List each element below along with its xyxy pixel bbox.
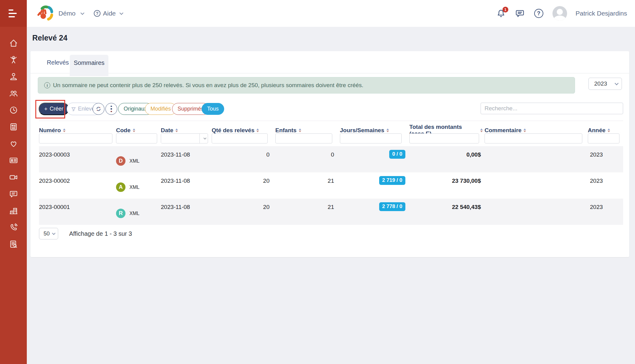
code-format-label: XML xyxy=(129,185,139,190)
cell-qte: 0 xyxy=(212,146,271,172)
sidebar-nav xyxy=(0,35,27,253)
page-title: Relevé 24 xyxy=(32,34,67,42)
notifications-button[interactable]: 1 xyxy=(496,8,506,19)
create-button-label: Créer xyxy=(50,106,63,112)
cell-commentaire xyxy=(483,199,586,225)
summaries-table: Numéro Code Date Qté des relevés Enfants… xyxy=(39,121,623,225)
table-row[interactable]: 2023-00001 R XML 2023-11-08 20 21 2 778 … xyxy=(39,199,623,225)
sidebar-item-messages[interactable] xyxy=(0,186,27,202)
child-icon xyxy=(9,55,18,65)
form-document-icon xyxy=(9,122,18,132)
table-filter-row xyxy=(39,133,623,146)
app-logo-icon xyxy=(37,5,55,22)
table-row[interactable]: 2023-00002 A XML 2023-11-08 20 21 2 719 … xyxy=(39,172,623,199)
code-status-icon: R xyxy=(116,209,125,218)
refresh-button[interactable] xyxy=(93,103,104,115)
report-search-icon xyxy=(9,239,18,249)
filter-modified-button[interactable]: Modifiés xyxy=(145,103,176,115)
cell-total: 22 540,43$ xyxy=(405,199,483,225)
cell-total: 23 730,00$ xyxy=(405,172,483,199)
main-content: Relevé 24 Relevés Sommaires i Un sommair… xyxy=(27,27,635,364)
home-icon xyxy=(9,38,18,48)
page-size-value: 50 xyxy=(44,231,50,237)
sidebar-item-calls[interactable] xyxy=(0,219,27,236)
hamburger-icon xyxy=(9,9,13,11)
sort-icon xyxy=(386,129,389,133)
cell-commentaire xyxy=(483,172,586,199)
notification-count-badge: 1 xyxy=(503,7,508,12)
brand-menu[interactable]: Démo xyxy=(37,0,83,27)
cell-qte: 20 xyxy=(212,199,271,225)
filter-code-input[interactable] xyxy=(116,133,157,143)
year-select[interactable]: 2023 xyxy=(588,78,622,90)
cell-enfants: 21 xyxy=(271,199,336,225)
sort-icon xyxy=(63,129,65,133)
filter-funnel-icon xyxy=(71,107,76,111)
brand-label: Démo xyxy=(58,10,76,17)
plus-icon: + xyxy=(44,106,48,112)
sidebar-item-children[interactable] xyxy=(0,51,27,68)
cell-numero: 2023-00003 xyxy=(39,146,116,172)
page-size-select[interactable]: 50 xyxy=(39,228,58,239)
tab-sommaires[interactable]: Sommaires xyxy=(70,55,108,76)
sort-icon xyxy=(524,129,526,133)
sidebar-item-organization[interactable] xyxy=(0,202,27,219)
pagination: 50 Affichage de 1 - 3 sur 3 xyxy=(39,228,132,239)
filter-jours-input[interactable] xyxy=(340,133,402,143)
sidebar-item-health[interactable] xyxy=(0,135,27,152)
sidebar-item-schedule[interactable] xyxy=(0,102,27,118)
filter-commentaire-input[interactable] xyxy=(485,133,582,143)
refresh-icon xyxy=(96,106,101,112)
filter-date-input[interactable] xyxy=(161,134,199,143)
jours-semaines-badge: 0 / 0 xyxy=(389,150,405,159)
help-menu-label: Aide xyxy=(103,10,116,17)
sidebar-item-video[interactable] xyxy=(0,169,27,186)
code-status-icon: A xyxy=(116,182,125,192)
sort-icon xyxy=(133,129,135,133)
filter-qte-input[interactable] xyxy=(212,133,268,143)
cell-jours: 2 719 / 0 xyxy=(336,172,405,199)
sort-icon xyxy=(256,129,259,133)
sort-icon xyxy=(175,129,178,133)
info-banner: i Un sommaire ne peut contenir plus de 2… xyxy=(38,77,575,94)
phone-icon xyxy=(9,223,18,232)
table-row[interactable]: 2023-00003 D XML 2023-11-08 0 0 0 / 0 0,… xyxy=(39,146,623,172)
filter-numero-input[interactable] xyxy=(39,133,112,143)
chat-bubble-icon xyxy=(9,189,18,199)
pagination-summary: Affichage de 1 - 3 sur 3 xyxy=(69,230,132,237)
sidebar-item-educators[interactable] xyxy=(0,68,27,85)
sidebar-item-reports[interactable] xyxy=(0,236,27,253)
cell-annee: 2023 xyxy=(586,172,623,199)
jours-semaines-badge: 2 719 / 0 xyxy=(379,176,405,185)
cell-date: 2023-11-08 xyxy=(161,199,212,225)
question-circle-icon: ? xyxy=(94,10,101,17)
filter-enfants-input[interactable] xyxy=(275,133,332,143)
filter-total-input[interactable] xyxy=(409,133,479,143)
heart-icon xyxy=(9,139,18,148)
search-input[interactable] xyxy=(481,103,623,114)
people-group-icon xyxy=(9,89,18,98)
sort-icon xyxy=(480,129,483,133)
help-button[interactable]: ? xyxy=(534,8,544,19)
filter-annee-input[interactable] xyxy=(588,133,619,143)
jours-semaines-badge: 2 778 / 0 xyxy=(379,202,405,211)
sidebar-item-forms[interactable] xyxy=(0,118,27,135)
sidebar-item-home[interactable] xyxy=(0,35,27,51)
messages-button[interactable] xyxy=(515,8,525,19)
sidebar-item-people[interactable] xyxy=(0,85,27,102)
filter-all-button[interactable]: Tous xyxy=(202,103,224,115)
sidebar-item-contacts[interactable] xyxy=(0,152,27,169)
hamburger-menu-button[interactable] xyxy=(0,0,27,27)
video-camera-icon xyxy=(9,172,18,182)
cell-enfants: 21 xyxy=(271,172,336,199)
cell-jours: 0 / 0 xyxy=(336,146,405,172)
tab-releves[interactable]: Relevés xyxy=(43,59,73,66)
create-button[interactable]: + Créer xyxy=(39,103,69,115)
date-filter-dropdown-button[interactable] xyxy=(199,134,208,143)
table-header-row: Numéro Code Date Qté des relevés Enfants… xyxy=(39,121,623,133)
user-name[interactable]: Patrick Desjardins xyxy=(576,10,627,17)
avatar[interactable] xyxy=(552,6,567,21)
more-options-button[interactable] xyxy=(105,103,117,115)
help-menu[interactable]: ? Aide xyxy=(94,0,122,27)
topbar: Démo ? Aide 1 ? Patrick Desjardins xyxy=(27,0,635,27)
